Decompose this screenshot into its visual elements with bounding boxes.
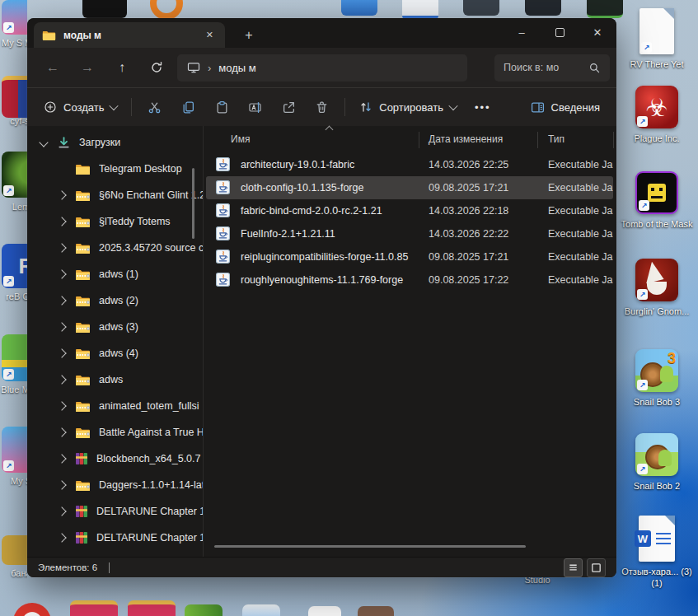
- sidebar-item-adws-1[interactable]: adws (1): [27, 261, 203, 287]
- desktop-icon-snail-bob-3[interactable]: 3 ↗ Snail Bob 3: [617, 349, 696, 408]
- file-row[interactable]: reiplugincompatibilities-forge-11.0.85 0…: [206, 245, 613, 268]
- minimize-button[interactable]: –: [503, 18, 541, 46]
- sidebar-item-adws-3[interactable]: adws (3): [27, 314, 203, 340]
- file-row[interactable]: architectury-19.0.1-fabric 14.03.2026 22…: [206, 153, 613, 176]
- column-header-date[interactable]: Дата изменения: [429, 133, 503, 145]
- desktop-icon-tomb-of-the-mask[interactable]: ↗ Tomb of the Mask: [617, 171, 696, 230]
- chevron-collapsed-icon[interactable]: [57, 401, 66, 410]
- desktop-icon-partial-paper[interactable]: [308, 606, 341, 616]
- sidebar-item-animated-totem[interactable]: animated_totem_fullsi: [27, 393, 203, 419]
- desktop-icon-snail-bob-2[interactable]: ↗ Snail Bob 2: [617, 433, 696, 492]
- column-divider[interactable]: [537, 132, 538, 148]
- horizontal-scrollbar[interactable]: [214, 545, 526, 548]
- desktop-icon-rv-there-yet[interactable]: ↗ RV There Yet: [617, 8, 696, 70]
- sidebar-item-deltarune-2[interactable]: DELTARUNE Chapter 1: [27, 525, 203, 551]
- chevron-expanded-icon[interactable]: [39, 138, 48, 147]
- chevron-collapsed-icon[interactable]: [57, 243, 66, 252]
- search-box[interactable]: Поиск в: мо: [494, 54, 610, 82]
- desktop-icon-blue-multi[interactable]: ↗: [2, 334, 27, 381]
- tab-close-button[interactable]: ✕: [203, 28, 217, 42]
- sidebar-item-adws[interactable]: adws: [27, 366, 203, 393]
- desktop-icon-plague-inc[interactable]: ☣ ↗ Plague Inc.: [617, 86, 696, 144]
- snail-icon: ↗: [635, 433, 678, 476]
- desktop-icon-partial-photo[interactable]: [358, 606, 394, 616]
- column-divider[interactable]: [613, 132, 614, 148]
- sidebar-item-deltarune-1[interactable]: DELTARUNE Chapter 1: [27, 498, 203, 525]
- chevron-collapsed-icon[interactable]: [57, 427, 66, 436]
- back-button[interactable]: ←: [35, 53, 70, 82]
- file-row[interactable]: roughlyenoughitems-11.1.769-forge 09.08.…: [206, 268, 613, 292]
- chevron-collapsed-icon[interactable]: [57, 296, 66, 305]
- desktop-icon-partial-dark[interactable]: [525, 0, 561, 16]
- desktop-icon-partial-orange-ring[interactable]: [150, 0, 183, 20]
- chevron-collapsed-icon[interactable]: [57, 480, 66, 489]
- sidebar-item-adws-4[interactable]: adws (4): [27, 340, 203, 366]
- shortcut-arrow-icon: ↗: [3, 369, 14, 380]
- desktop-icon-partial-green[interactable]: [185, 604, 223, 616]
- desktop-icon-my-singing-monsters[interactable]: ↗: [2, 0, 27, 35]
- sidebar-scrollbar[interactable]: [192, 168, 194, 239]
- sidebar-item-no-enchant-glint[interactable]: §6No Enchant Glint 1.2: [27, 182, 203, 208]
- paste-button[interactable]: [205, 93, 239, 121]
- sidebar-item-battle-against[interactable]: Battle Against a True H: [27, 419, 203, 446]
- chevron-collapsed-icon[interactable]: [57, 217, 66, 226]
- copy-button[interactable]: [171, 93, 205, 121]
- desktop-icon-burglin-gnome[interactable]: ↗ Burglin' Gnom...: [617, 259, 696, 317]
- desktop-icon-partial-gift-1[interactable]: [70, 600, 118, 616]
- refresh-button[interactable]: [139, 53, 174, 82]
- chevron-collapsed-icon[interactable]: [57, 269, 66, 278]
- search-input[interactable]: Поиск в: мо: [504, 62, 588, 73]
- chevron-collapsed-icon[interactable]: [57, 190, 66, 199]
- sidebar-item-daggers[interactable]: Daggers-1.1.0+1.14-lat: [27, 472, 203, 498]
- column-header-type[interactable]: Тип: [548, 133, 564, 145]
- desktop-icon-word-document[interactable]: W Отзыв-хара... (3) (1): [617, 516, 696, 590]
- desktop-icon-partial-blue-white[interactable]: [242, 604, 280, 616]
- sidebar-item-downloads[interactable]: Загрузки: [27, 129, 203, 156]
- share-button[interactable]: [272, 93, 306, 121]
- shortcut-arrow-icon: ↗: [3, 276, 14, 287]
- new-tab-button[interactable]: +: [235, 22, 263, 48]
- more-options-button[interactable]: •••: [465, 101, 501, 114]
- new-button[interactable]: Создать: [35, 93, 125, 121]
- desktop-icon-winrar-cyf[interactable]: [2, 76, 27, 118]
- column-divider[interactable]: [419, 132, 419, 148]
- desktop-icon-partial-gift-2[interactable]: [128, 600, 176, 616]
- desktop-icon-partial-blue-folder[interactable]: [341, 0, 377, 16]
- desktop-icon-partial-black[interactable]: [82, 0, 127, 18]
- delete-button[interactable]: [306, 93, 340, 121]
- maximize-button[interactable]: [541, 18, 579, 46]
- explorer-tab[interactable]: моды м ✕: [34, 22, 225, 48]
- sidebar-item-blockbench[interactable]: Blockbench_x64_5.0.7: [27, 446, 203, 472]
- large-icons-view-button[interactable]: [587, 558, 606, 577]
- chevron-collapsed-icon[interactable]: [57, 375, 66, 384]
- cut-button[interactable]: [138, 93, 171, 121]
- sidebar-item-telegram-desktop[interactable]: Telegram Desktop: [27, 156, 203, 182]
- close-button[interactable]: ✕: [579, 18, 616, 46]
- desktop-icon-my-singing-monsters-2[interactable]: ↗: [2, 427, 27, 473]
- chevron-collapsed-icon[interactable]: [57, 533, 66, 542]
- file-row[interactable]: fabric-bind-cmd-2.0.0-rc.2-1.21 14.03.20…: [206, 199, 613, 222]
- desktop-icon-reb[interactable]: R ↗: [2, 244, 27, 288]
- up-button[interactable]: ↑: [105, 53, 139, 82]
- rename-button[interactable]: [238, 93, 272, 121]
- file-row-selected[interactable]: cloth-config-10.1.135-forge 09.08.2025 1…: [206, 176, 613, 199]
- details-pane-button[interactable]: Сведения: [522, 93, 608, 121]
- column-header-name[interactable]: Имя: [231, 133, 250, 145]
- file-row[interactable]: FuelInfo-2.1+1.21.11 14.03.2026 22:22 Ex…: [206, 222, 613, 245]
- desktop-icon-lem[interactable]: ↗: [2, 152, 27, 198]
- address-bar[interactable]: › моды м: [177, 54, 467, 82]
- sidebar-item-source[interactable]: 2025.3.45720 source cc: [27, 235, 203, 261]
- sort-button[interactable]: Сортировать: [351, 93, 465, 121]
- forward-button[interactable]: →: [70, 53, 105, 82]
- sidebar-item-adws-2[interactable]: adws (2): [27, 287, 203, 314]
- chevron-collapsed-icon[interactable]: [57, 454, 66, 463]
- navigation-bar: ← → ↑ › моды м Поиск в: мо: [27, 48, 616, 87]
- breadcrumb[interactable]: моды м: [218, 62, 255, 74]
- chevron-collapsed-icon[interactable]: [57, 322, 66, 331]
- details-view-button[interactable]: [564, 558, 583, 577]
- desktop-icon-partial-gray-circle[interactable]: [463, 0, 499, 16]
- desktop-icon-yellow[interactable]: [2, 535, 27, 565]
- sidebar-item-teddy-totems[interactable]: §lTeddy Totems: [27, 208, 203, 235]
- chevron-collapsed-icon[interactable]: [57, 506, 66, 516]
- chevron-collapsed-icon[interactable]: [57, 348, 66, 357]
